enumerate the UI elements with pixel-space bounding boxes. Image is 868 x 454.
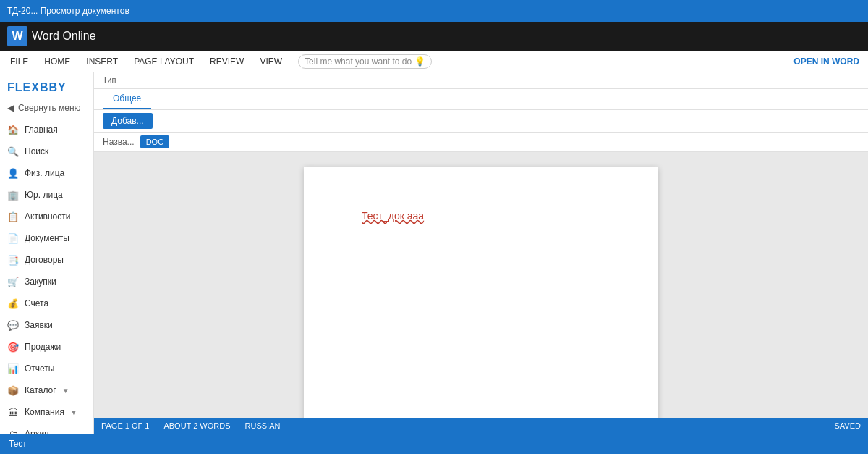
sidebar-label-activities: Активности <box>25 211 70 222</box>
sidebar-label-catalog: Каталог <box>25 385 56 395</box>
sidebar-label-requests: Заявки <box>25 320 53 330</box>
home-icon: 🏠 <box>7 124 19 135</box>
ribbon-tab-home[interactable]: HOME <box>37 51 77 72</box>
person-icon: 👤 <box>7 167 19 179</box>
top-bar-title: ТД-20... Просмотр документов <box>7 6 129 16</box>
ribbon-tab-insert[interactable]: INSERT <box>79 51 125 72</box>
doc-tabs: Общее <box>94 89 868 110</box>
sidebar-item-contracts[interactable]: 📑 Договоры <box>0 249 93 271</box>
page-info: PAGE 1 OF 1 <box>101 421 149 430</box>
word-title: Word Online <box>32 30 96 43</box>
collapse-icon: ◀ <box>7 103 14 113</box>
doc-header: Тип <box>94 72 868 89</box>
tell-placeholder: Tell me what you want to do <box>305 56 412 67</box>
building-icon: 🏢 <box>7 189 19 201</box>
sidebar-item-requests[interactable]: 💬 Заявки <box>0 314 93 336</box>
word-status-bar: PAGE 1 OF 1 ABOUT 2 WORDS RUSSIAN SAVED <box>94 418 868 434</box>
invoices-icon: 💰 <box>7 298 19 309</box>
company-icon: 🏛 <box>7 406 19 418</box>
sub-header: Добав... <box>94 110 868 133</box>
requests-icon: 💬 <box>7 319 19 331</box>
language-info: RUSSIAN <box>245 421 281 430</box>
saved-status: SAVED <box>835 421 861 430</box>
catalog-icon: 📦 <box>7 384 19 396</box>
open-in-word-button[interactable]: OPEN IN WORD <box>793 56 859 67</box>
word-canvas: Тест_док ааа <box>94 152 868 418</box>
sidebar-item-persons[interactable]: 👤 Физ. лица <box>0 162 93 184</box>
sidebar-item-home[interactable]: 🏠 Главная <box>0 119 93 140</box>
sidebar-item-search[interactable]: 🔍 Поиск <box>0 140 93 162</box>
sidebar-label-legal: Юр. лица <box>25 190 63 200</box>
doc-type-row: Тип <box>103 75 859 84</box>
doc-badge: DOC <box>140 135 169 148</box>
word-logo-icon: W <box>7 26 27 46</box>
sidebar-label-search: Поиск <box>25 146 48 156</box>
word-area: Тест_док ааа PAGE 1 OF 1 ABOUT 2 WORDS R… <box>94 152 868 434</box>
top-bar: ТД-20... Просмотр документов <box>0 0 868 22</box>
sidebar-item-invoices[interactable]: 💰 Счета <box>0 293 93 314</box>
search-icon: 🔍 <box>7 146 19 157</box>
activities-icon: 📋 <box>7 211 19 222</box>
sidebar-item-catalog[interactable]: 📦 Каталог ▼ <box>0 379 93 401</box>
sidebar-label-home: Главная <box>25 125 58 135</box>
sidebar-label-invoices: Счета <box>25 298 48 308</box>
archive-icon: 🗂 <box>7 428 19 434</box>
sidebar-label-sales: Продажи <box>25 342 61 352</box>
sidebar-item-legal[interactable]: 🏢 Юр. лица <box>0 184 93 206</box>
ribbon-tab-file[interactable]: FILE <box>3 51 35 72</box>
sidebar-label-company: Компания <box>25 407 64 417</box>
word-page: Тест_док ааа <box>304 167 658 418</box>
name-label: Назва... <box>103 137 135 147</box>
main-layout: FLEXBBY ◀ Свернуть меню 🏠 Главная 🔍 Поис… <box>0 72 868 434</box>
bottom-label: Тест <box>9 439 27 449</box>
sales-icon: 🎯 <box>7 341 19 353</box>
sidebar-label-persons: Физ. лица <box>25 168 64 178</box>
sidebar-item-purchases[interactable]: 🛒 Закупки <box>0 271 93 293</box>
doc-type-label: Тип <box>103 75 116 84</box>
name-row: Назва... DOC <box>94 133 868 152</box>
tell-icon: 💡 <box>414 56 425 67</box>
bottom-bar: Тест <box>0 434 868 454</box>
sidebar: FLEXBBY ◀ Свернуть меню 🏠 Главная 🔍 Поис… <box>0 72 94 434</box>
sidebar-label-documents: Документы <box>25 233 69 243</box>
sidebar-label-reports: Отчеты <box>25 363 54 374</box>
sidebar-item-documents[interactable]: 📄 Документы <box>0 227 93 249</box>
word-ribbon: FILE HOME INSERT PAGE LAYOUT REVIEW VIEW… <box>0 51 868 72</box>
company-arrow-icon: ▼ <box>70 408 77 416</box>
doc-tab-general[interactable]: Общее <box>103 89 151 109</box>
ribbon-tab-review[interactable]: REVIEW <box>203 51 251 72</box>
sidebar-collapse-button[interactable]: ◀ Свернуть меню <box>0 100 93 119</box>
content-area: Тип Общее Добав... Назва... DOC Тест_док… <box>94 72 868 434</box>
collapse-label: Свернуть меню <box>18 103 81 113</box>
sidebar-label-contracts: Договоры <box>25 255 64 265</box>
sidebar-label-archive: Архив <box>25 429 49 434</box>
sidebar-label-purchases: Закупки <box>25 277 56 287</box>
add-button[interactable]: Добав... <box>103 113 153 129</box>
ribbon-tab-pagelayout[interactable]: PAGE LAYOUT <box>127 51 201 72</box>
sidebar-item-sales[interactable]: 🎯 Продажи <box>0 336 93 358</box>
sidebar-logo: FLEXBBY <box>0 72 93 100</box>
ribbon-tab-view[interactable]: VIEW <box>252 51 289 72</box>
sidebar-item-reports[interactable]: 📊 Отчеты <box>0 358 93 379</box>
catalog-arrow-icon: ▼ <box>62 387 69 395</box>
sidebar-item-activities[interactable]: 📋 Активности <box>0 206 93 227</box>
ribbon-tell-input[interactable]: Tell me what you want to do 💡 <box>298 54 432 69</box>
word-count: ABOUT 2 WORDS <box>163 421 230 430</box>
word-header: W Word Online <box>0 22 868 51</box>
word-page-content: Тест_док ааа <box>362 210 424 222</box>
purchases-icon: 🛒 <box>7 276 19 287</box>
document-icon: 📄 <box>7 232 19 244</box>
contracts-icon: 📑 <box>7 254 19 266</box>
reports-icon: 📊 <box>7 363 19 374</box>
sidebar-item-company[interactable]: 🏛 Компания ▼ <box>0 401 93 423</box>
sidebar-item-archive[interactable]: 🗂 Архив <box>0 423 93 434</box>
word-logo: W Word Online <box>7 26 96 46</box>
